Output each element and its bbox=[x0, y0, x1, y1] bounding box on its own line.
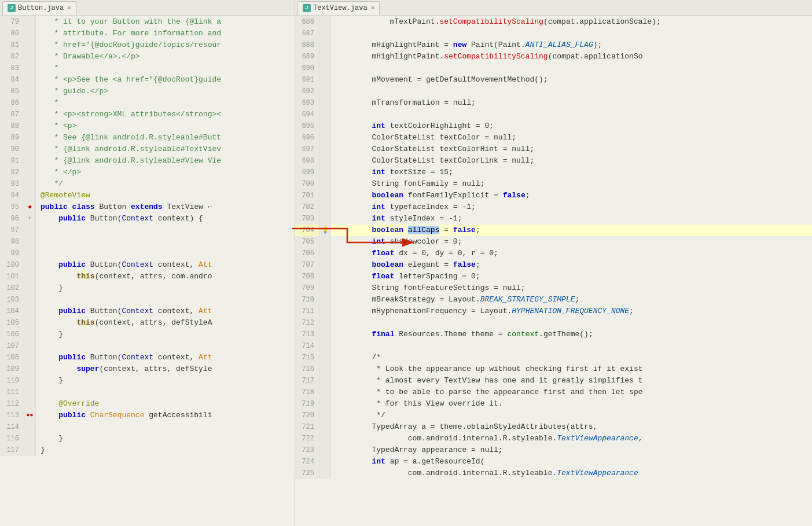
line-content: * href="{@docRoot}guide/topics/resour bbox=[36, 39, 295, 51]
left-tab-close[interactable]: × bbox=[67, 5, 71, 12]
line-gutter bbox=[319, 421, 331, 433]
table-row: 688 mHighlightPaint = new Paint(Paint.AN… bbox=[295, 39, 812, 51]
line-gutter bbox=[24, 144, 36, 155]
line-content: boolean elegant = false; bbox=[331, 259, 812, 271]
right-tab[interactable]: J TextView.java × bbox=[297, 1, 380, 15]
line-gutter bbox=[319, 456, 331, 468]
expand-icon[interactable]: + bbox=[28, 213, 32, 225]
table-row: 79 * it to your Button with the {@link a bbox=[0, 16, 295, 28]
table-row: 106 } bbox=[0, 329, 295, 340]
line-number: 720 bbox=[295, 410, 319, 421]
table-row: 713 final Resources.Theme theme = contex… bbox=[295, 329, 812, 340]
right-tab-label: TextView.java bbox=[313, 4, 368, 12]
line-gutter bbox=[319, 74, 331, 86]
line-gutter bbox=[319, 259, 331, 271]
line-gutter bbox=[319, 28, 331, 39]
left-pane: J Button.java × 79 * it to your Button w… bbox=[0, 0, 295, 526]
line-content: TypedArray appearance = null; bbox=[331, 444, 812, 456]
table-row: 687 bbox=[295, 28, 812, 39]
line-number: 709 bbox=[295, 282, 319, 294]
line-gutter bbox=[24, 74, 36, 86]
table-row: 706 float dx = 0, dy = 0, r = 0; bbox=[295, 248, 812, 259]
right-code-scroll[interactable]: 686 mTextPaint.setCompatibilityScaling(c… bbox=[295, 16, 812, 526]
table-row: 723 TypedArray appearance = null; bbox=[295, 444, 812, 456]
line-number: 710 bbox=[295, 294, 319, 306]
line-number: 695 bbox=[295, 120, 319, 132]
line-content: * it to your Button with the {@link a bbox=[36, 16, 295, 28]
line-gutter bbox=[319, 144, 331, 155]
line-number: 712 bbox=[295, 317, 319, 329]
table-row: 698 ColorStateList textColorLink = null; bbox=[295, 155, 812, 167]
line-number: 110 bbox=[0, 375, 24, 387]
line-content: * Drawable</a>.</p> bbox=[36, 51, 295, 62]
line-content: boolean allCaps = false; bbox=[331, 225, 812, 236]
table-row: 691 mMovement = getDefaultMovementMethod… bbox=[295, 74, 812, 86]
table-row: 101 this(context, attrs, com.andro bbox=[0, 271, 295, 282]
line-gutter bbox=[24, 28, 36, 39]
line-number: 98 bbox=[0, 236, 24, 248]
line-number: 99 bbox=[0, 248, 24, 259]
line-gutter bbox=[24, 282, 36, 294]
line-gutter bbox=[24, 306, 36, 317]
line-content: mHyphenationFrequency = Layout.HYPHENATI… bbox=[331, 306, 812, 317]
line-content: } bbox=[36, 433, 295, 444]
line-content: int styleIndex = -1; bbox=[331, 213, 812, 225]
table-row: 108 public Button(Context context, Att bbox=[0, 352, 295, 363]
line-gutter bbox=[24, 352, 36, 363]
line-content: boolean fontFamilyExplicit = false; bbox=[331, 190, 812, 201]
editor-container: J Button.java × 79 * it to your Button w… bbox=[0, 0, 812, 526]
table-row: 103 bbox=[0, 294, 295, 306]
table-row: 725 com.android.internal.R.styleable.Tex… bbox=[295, 468, 812, 479]
line-content: ColorStateList textColorLink = null; bbox=[331, 155, 812, 167]
line-content: float dx = 0, dy = 0, r = 0; bbox=[331, 248, 812, 259]
line-number: 104 bbox=[0, 306, 24, 317]
table-row: 94@RemoteView bbox=[0, 190, 295, 201]
line-gutter bbox=[319, 375, 331, 387]
table-row: 116 } bbox=[0, 433, 295, 444]
line-gutter bbox=[319, 282, 331, 294]
table-row: 702 int typefaceIndex = -1; bbox=[295, 201, 812, 213]
line-content: String fontFeatureSettings = null; bbox=[331, 282, 812, 294]
line-number: 700 bbox=[295, 178, 319, 190]
line-content: mHighlightPaint = new Paint(Paint.ANTI_A… bbox=[331, 39, 812, 51]
line-gutter bbox=[319, 329, 331, 340]
table-row: 84 * <p>See the <a href="{@docRoot}guide bbox=[0, 74, 295, 86]
line-content: } bbox=[36, 444, 295, 456]
table-row: 107 bbox=[0, 340, 295, 352]
line-gutter bbox=[24, 178, 36, 190]
line-gutter bbox=[24, 398, 36, 410]
line-content: super(context, attrs, defStyle bbox=[36, 363, 295, 375]
table-row: 709 String fontFeatureSettings = null; bbox=[295, 282, 812, 294]
line-gutter bbox=[319, 190, 331, 201]
line-gutter bbox=[24, 317, 36, 329]
line-gutter bbox=[24, 271, 36, 282]
line-content: */ bbox=[36, 178, 295, 190]
left-tab[interactable]: J Button.java × bbox=[2, 1, 76, 15]
line-content bbox=[331, 317, 812, 329]
line-content bbox=[36, 340, 295, 352]
line-gutter: + bbox=[24, 213, 36, 225]
line-gutter bbox=[24, 86, 36, 97]
line-number: 102 bbox=[0, 282, 24, 294]
line-gutter bbox=[24, 340, 36, 352]
line-content: int typefaceIndex = -1; bbox=[331, 201, 812, 213]
table-row: 88 * <p> bbox=[0, 120, 295, 132]
line-content: * See {@link android.R.styleable#Butt bbox=[36, 132, 295, 144]
line-number: 97 bbox=[0, 225, 24, 236]
table-row: 716 * Look the appearance up without che… bbox=[295, 363, 812, 375]
line-number: 91 bbox=[0, 155, 24, 167]
line-number: 701 bbox=[295, 190, 319, 201]
left-code-scroll[interactable]: 79 * it to your Button with the {@link a… bbox=[0, 16, 295, 526]
line-gutter bbox=[24, 329, 36, 340]
table-row: 105 this(context, attrs, defStyleA bbox=[0, 317, 295, 329]
line-gutter bbox=[319, 16, 331, 28]
line-number: 699 bbox=[295, 167, 319, 178]
table-row: 711 mHyphenationFrequency = Layout.HYPHE… bbox=[295, 306, 812, 317]
line-content: int ap = a.getResourceId( bbox=[331, 456, 812, 468]
line-number: 96 bbox=[0, 213, 24, 225]
line-number: 714 bbox=[295, 340, 319, 352]
line-number: 92 bbox=[0, 167, 24, 178]
left-code-lines: 79 * it to your Button with the {@link a… bbox=[0, 16, 295, 456]
right-tab-close[interactable]: × bbox=[371, 5, 375, 12]
table-row: 100 public Button(Context context, Att bbox=[0, 259, 295, 271]
